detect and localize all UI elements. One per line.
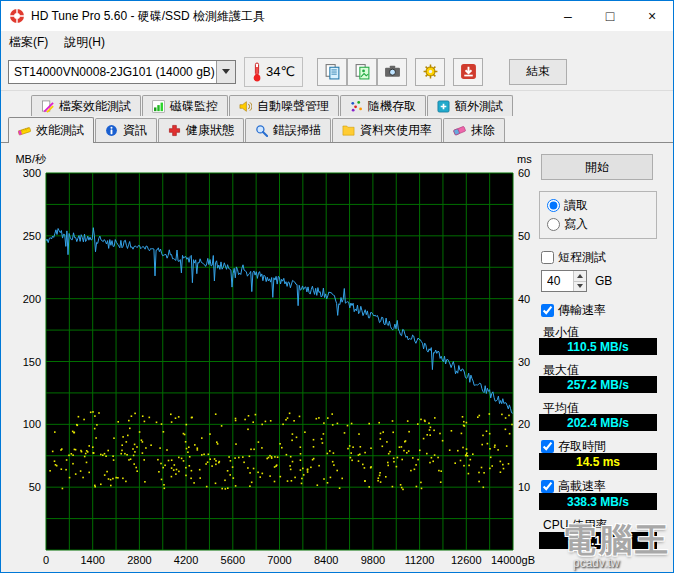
save-arrow-icon [460, 63, 477, 80]
tab-label: 資訊 [123, 122, 147, 139]
max-value-display: 257.2 MB/s [539, 376, 657, 393]
tab-file-benchmark[interactable]: 檔案效能測試 [31, 95, 141, 116]
transfer-rate-checkbox[interactable]: 傳輸速率 [541, 302, 606, 319]
tab-disk-monitor[interactable]: 磁碟監控 [142, 95, 228, 116]
app-logo-icon [9, 8, 25, 24]
spin-down-icon[interactable] [574, 282, 586, 292]
copy-image-icon [354, 63, 371, 80]
tab-benchmark[interactable]: 效能測試 [8, 117, 94, 143]
error-scan-icon [255, 124, 268, 137]
tab-label: 健康狀態 [186, 122, 234, 139]
copy-image-button[interactable] [347, 58, 377, 86]
tab-label: 自動噪聲管理 [257, 98, 329, 115]
svg-text:5600: 5600 [221, 554, 245, 566]
drive-select[interactable]: ST14000VN0008-2JG101 (14000 gB) [8, 60, 236, 84]
tab-row-1: 檔案效能測試磁碟監控自動噪聲管理隨機存取額外測試 [1, 93, 673, 116]
svg-text:30: 30 [518, 356, 530, 368]
spin-up-icon[interactable] [574, 271, 586, 282]
clipboard-button-group [317, 58, 407, 86]
short-test-checkbox-input[interactable] [541, 251, 554, 264]
start-button[interactable]: 開始 [541, 154, 653, 180]
tab-label: 錯誤掃描 [273, 122, 321, 139]
write-radio-label: 寫入 [564, 216, 588, 233]
min-value-display: 110.5 MB/s [539, 338, 657, 355]
gear-icon [422, 63, 439, 80]
transfer-rate-label: 傳輸速率 [558, 302, 606, 319]
random-access-icon [350, 100, 363, 113]
titlebar: HD Tune Pro 5.60 - 硬碟/SSD 檢測維護工具 – □ × [1, 1, 673, 31]
tab-error-scan[interactable]: 錯誤掃描 [245, 118, 331, 142]
access-time-checkbox-input[interactable] [541, 440, 554, 453]
extra-tests-icon [437, 100, 450, 113]
svg-text:250: 250 [23, 230, 41, 242]
window-controls: – □ × [547, 1, 673, 31]
svg-text:7000: 7000 [267, 554, 291, 566]
short-test-label: 短程測試 [558, 249, 606, 266]
exit-button[interactable]: 結束 [509, 59, 567, 85]
svg-text:300: 300 [23, 167, 41, 179]
control-panel: 開始 讀取 寫入 短程測試 [539, 143, 667, 573]
size-spinbox [541, 270, 587, 292]
burst-rate-checkbox-input[interactable] [541, 480, 554, 493]
window-title: HD Tune Pro 5.60 - 硬碟/SSD 檢測維護工具 [31, 8, 265, 25]
options-button[interactable] [415, 58, 445, 86]
tab-strip: 檔案效能測試磁碟監控自動噪聲管理隨機存取額外測試 效能測試資訊健康狀態錯誤掃描資… [1, 93, 673, 142]
menu-bar: 檔案(F) 說明(H) [1, 31, 673, 53]
thermometer-icon [252, 62, 262, 82]
tab-label: 隨機存取 [368, 98, 416, 115]
tab-aam[interactable]: 自動噪聲管理 [229, 95, 339, 116]
svg-text:20: 20 [518, 418, 530, 430]
short-test-size-input[interactable] [542, 271, 573, 291]
tab-health[interactable]: 健康狀態 [158, 118, 244, 142]
svg-text:MB/秒: MB/秒 [15, 153, 47, 165]
folder-usage-icon [342, 124, 355, 137]
tab-info[interactable]: 資訊 [95, 118, 157, 142]
tab-label: 效能測試 [36, 122, 84, 139]
tab-erase[interactable]: 抹除 [443, 118, 505, 142]
write-radio[interactable]: 寫入 [547, 216, 649, 233]
svg-text:100: 100 [23, 418, 41, 430]
avg-value-display: 202.4 MB/s [539, 414, 657, 431]
tab-extra-tests[interactable]: 額外測試 [427, 95, 513, 116]
read-radio[interactable]: 讀取 [547, 197, 649, 214]
file-benchmark-icon [41, 100, 54, 113]
hd-tune-window: HD Tune Pro 5.60 - 硬碟/SSD 檢測維護工具 – □ × 檔… [0, 0, 674, 573]
minimize-button[interactable]: – [547, 1, 589, 31]
size-unit-label: GB [595, 274, 612, 288]
cpu-usage-value-display: 1.1% [539, 532, 657, 549]
short-test-size: GB [541, 270, 612, 292]
svg-text:14000gB: 14000gB [491, 554, 535, 566]
spinner [573, 271, 586, 291]
copy-info-button[interactable] [317, 58, 347, 86]
short-test-checkbox[interactable]: 短程測試 [541, 249, 606, 266]
tab-label: 資料夾使用率 [360, 122, 432, 139]
svg-text:1400: 1400 [80, 554, 104, 566]
screenshot-button[interactable] [377, 58, 407, 86]
tab-label: 抹除 [471, 122, 495, 139]
svg-text:150: 150 [23, 356, 41, 368]
info-icon [105, 124, 118, 137]
svg-text:200: 200 [23, 293, 41, 305]
tab-folder-usage[interactable]: 資料夾使用率 [332, 118, 442, 142]
read-radio-label: 讀取 [564, 197, 588, 214]
tab-label: 額外測試 [455, 98, 503, 115]
menu-file[interactable]: 檔案(F) [1, 31, 56, 53]
save-screenshot-button[interactable] [453, 58, 483, 86]
access-time-value-display: 14.5 ms [539, 453, 657, 470]
svg-text:8400: 8400 [314, 554, 338, 566]
write-radio-input[interactable] [547, 218, 560, 231]
close-button[interactable]: × [631, 1, 673, 31]
svg-text:9800: 9800 [361, 554, 385, 566]
menu-help[interactable]: 說明(H) [56, 31, 113, 53]
svg-text:ms: ms [517, 153, 532, 165]
transfer-rate-checkbox-input[interactable] [541, 304, 554, 317]
svg-text:40: 40 [518, 293, 530, 305]
burst-rate-value-display: 338.3 MB/s [539, 493, 657, 510]
chevron-down-icon[interactable] [216, 61, 235, 83]
benchmark-pane: 3002502001501005060504030201001400280042… [1, 142, 673, 572]
maximize-button[interactable]: □ [589, 1, 631, 31]
temperature-value: 34℃ [266, 64, 295, 79]
read-radio-input[interactable] [547, 199, 560, 212]
svg-text:50: 50 [29, 481, 41, 493]
tab-random-access[interactable]: 隨機存取 [340, 95, 426, 116]
